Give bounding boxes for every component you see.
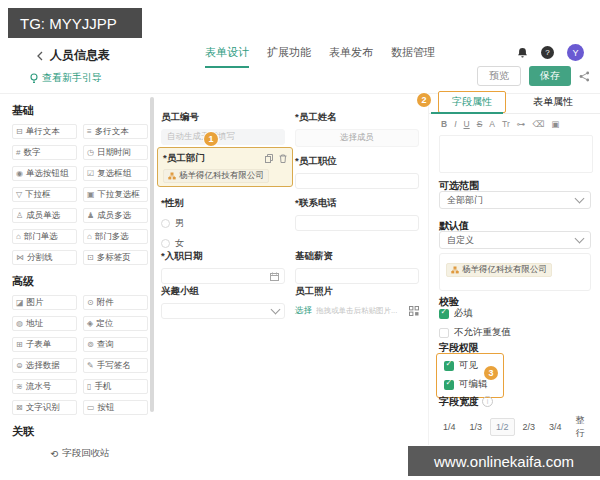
- breadcrumb[interactable]: 人员信息表: [36, 47, 110, 64]
- sidebar-scrollbar[interactable]: [150, 97, 154, 412]
- preview-button[interactable]: 预览: [477, 66, 521, 86]
- toolbar-icon[interactable]: B: [441, 119, 447, 129]
- header-tab-0[interactable]: 表单设计: [205, 45, 249, 68]
- recycle-icon: ⟲: [50, 448, 58, 459]
- checkbox-icon[interactable]: [444, 380, 454, 390]
- toolbar-icon[interactable]: Tr: [502, 119, 510, 129]
- field-employee-dept-selected[interactable]: *员工部门 杨羊得亿科技有限公司: [157, 147, 293, 187]
- header-tab-1[interactable]: 扩展功能: [267, 45, 311, 68]
- field-type-chip[interactable]: ⊞子表单: [12, 337, 77, 352]
- range-select[interactable]: 全部部门: [439, 191, 591, 209]
- field-type-chip[interactable]: ≋流水号: [12, 379, 77, 394]
- field-type-chip[interactable]: ☑复选框组: [83, 166, 148, 181]
- field-type-chip[interactable]: ⌂部门单选: [12, 229, 77, 244]
- toolbar-icon[interactable]: ⊶: [517, 119, 526, 129]
- field-type-chip[interactable]: ◪图片: [12, 295, 77, 310]
- field-type-chip[interactable]: #数字: [12, 145, 77, 160]
- panel-tabs: 字段属性 表单属性: [429, 95, 600, 114]
- field-type-chip[interactable]: ⌂部门多选: [83, 229, 148, 244]
- width-option-1-2[interactable]: 1/2: [490, 418, 515, 436]
- checkbox-icon[interactable]: [444, 361, 454, 371]
- date-input[interactable]: [161, 268, 285, 284]
- field-type-chip[interactable]: ♟成员多选: [83, 208, 148, 223]
- member-select-input[interactable]: 选择成员: [295, 129, 419, 147]
- field-employee-position[interactable]: *员工职位: [295, 155, 419, 189]
- gender-option[interactable]: 男: [161, 217, 285, 230]
- field-type-chip[interactable]: ◍地址: [12, 316, 77, 331]
- field-type-chip[interactable]: ✎手写签名: [83, 358, 148, 373]
- checkbox-icon[interactable]: [439, 328, 449, 338]
- width-option-3-4[interactable]: 3/4: [543, 418, 568, 436]
- default-select[interactable]: 自定义: [439, 231, 591, 249]
- toolbar-icon[interactable]: ▣: [551, 119, 559, 129]
- width-option-2-3[interactable]: 2/3: [517, 418, 542, 436]
- phone-input[interactable]: [295, 215, 419, 231]
- share-icon[interactable]: [579, 71, 590, 82]
- tab-form-properties[interactable]: 表单属性: [533, 95, 573, 109]
- field-employee-id[interactable]: 员工编号 自动生成无需填写: [161, 111, 285, 145]
- permission-check-1[interactable]: 可编辑: [444, 378, 496, 391]
- field-type-chip[interactable]: ⊟单行文本: [12, 124, 77, 139]
- department-tag[interactable]: 杨羊得亿科技有限公司: [163, 169, 269, 183]
- radio-icon[interactable]: [161, 239, 170, 248]
- field-type-chip[interactable]: ⋈分割线: [12, 250, 77, 265]
- checkbox-icon[interactable]: [439, 309, 449, 319]
- qr-scan-icon[interactable]: [409, 306, 419, 316]
- field-type-chip[interactable]: ◷日期时间: [83, 145, 148, 160]
- active-tab-underline: [431, 112, 503, 114]
- interest-select[interactable]: [161, 303, 285, 319]
- save-button[interactable]: 保存: [529, 66, 571, 86]
- tab-field-properties[interactable]: 字段属性: [438, 91, 506, 113]
- toolbar-icon[interactable]: I: [454, 119, 456, 129]
- field-type-chip[interactable]: ≡多行文本: [83, 124, 148, 139]
- field-title-editor[interactable]: [439, 135, 593, 173]
- toolbar-icon[interactable]: S: [477, 119, 483, 129]
- gender-option[interactable]: 女: [161, 237, 285, 250]
- employee-id-input[interactable]: 自动生成无需填写: [161, 129, 285, 145]
- photo-select-link[interactable]: 选择: [295, 305, 312, 317]
- header-tab-2[interactable]: 表单发布: [329, 45, 373, 68]
- validation-check-0[interactable]: 必填: [439, 307, 511, 320]
- field-gender[interactable]: *性别 男女: [161, 197, 285, 250]
- field-contact-phone[interactable]: *联系电话: [295, 197, 419, 231]
- field-type-chip[interactable]: ♙成员单选: [12, 208, 77, 223]
- field-employee-name[interactable]: *员工姓名 选择成员: [295, 111, 419, 147]
- field-type-chip[interactable]: ▣下拉复选框: [83, 187, 148, 202]
- field-type-chip[interactable]: ⊙附件: [83, 295, 148, 310]
- tg-overlay-badge: TG: MYYJJPP: [8, 8, 142, 38]
- bell-icon[interactable]: [517, 47, 528, 59]
- field-hire-date[interactable]: *入职日期: [161, 250, 285, 284]
- field-base-salary[interactable]: 基础薪资: [295, 250, 419, 284]
- default-value-box[interactable]: 杨羊得亿科技有限公司: [439, 253, 591, 291]
- width-option-1-4[interactable]: 1/4: [437, 418, 462, 436]
- toolbar-icon[interactable]: U: [464, 119, 470, 129]
- field-employee-photo[interactable]: 员工照片 选择 拖拽或单击后粘贴图片...: [295, 285, 419, 317]
- trash-icon[interactable]: [279, 154, 287, 163]
- width-option-1-3[interactable]: 1/3: [464, 418, 489, 436]
- field-type-chip[interactable]: ▭按钮: [83, 400, 148, 415]
- width-option-整行[interactable]: 整行: [570, 410, 599, 444]
- salary-input[interactable]: [295, 268, 419, 284]
- field-type-chip[interactable]: ▯手机: [83, 379, 148, 394]
- default-department-tag[interactable]: 杨羊得亿科技有限公司: [446, 263, 552, 277]
- field-type-chip[interactable]: ⊜选择数据: [12, 358, 77, 373]
- avatar[interactable]: Y: [567, 44, 584, 61]
- toolbar-icon[interactable]: A: [489, 119, 495, 129]
- copy-icon[interactable]: [265, 154, 273, 163]
- field-type-chip[interactable]: ◉单选按钮组: [12, 166, 77, 181]
- validation-check-1[interactable]: 不允许重复值: [439, 326, 511, 339]
- field-type-chip[interactable]: ▽下拉框: [12, 187, 77, 202]
- toolbar-icon[interactable]: ⌫: [532, 119, 544, 129]
- back-icon[interactable]: [36, 51, 43, 61]
- field-type-chip[interactable]: ◈定位: [83, 316, 148, 331]
- help-icon[interactable]: [541, 46, 554, 59]
- radio-icon[interactable]: [161, 219, 170, 228]
- field-type-chip[interactable]: ⊠文字识别: [12, 400, 77, 415]
- field-interest-group[interactable]: 兴趣小组: [161, 285, 285, 319]
- field-type-chip[interactable]: ⊚查询: [83, 337, 148, 352]
- position-input[interactable]: [295, 173, 419, 189]
- header-tab-3[interactable]: 数据管理: [391, 45, 435, 68]
- field-type-chip[interactable]: ⊡多标签页: [83, 250, 148, 265]
- beginner-guide-link[interactable]: 查看新手引导: [30, 71, 102, 85]
- field-recycle-bin[interactable]: ⟲字段回收站: [12, 447, 148, 460]
